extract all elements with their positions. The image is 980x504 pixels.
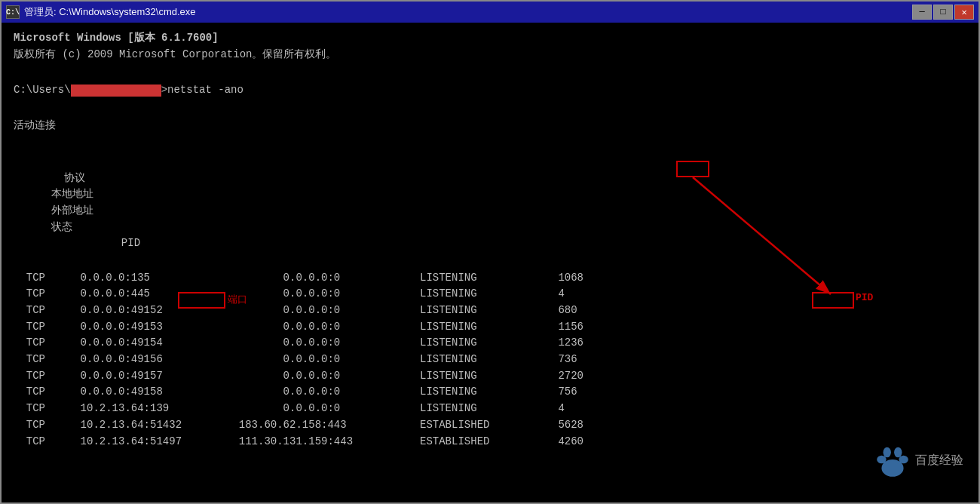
- section-title: 活动连接: [14, 118, 966, 134]
- table-row: TCP 0.0.0.0:135 0.0.0.0:0 LISTENING 1068: [14, 270, 966, 287]
- baidu-label: 百度经验: [915, 453, 963, 469]
- table-header-row: 协议 本地地址 外部地址 状态 PID: [14, 154, 966, 269]
- command-text: >netstat -ano: [161, 82, 243, 99]
- command-prompt-line: C:\Users\ >netstat -ano: [14, 82, 966, 99]
- table-row: TCP 10.2.13.64:51497 111.30.131.159:443 …: [14, 434, 966, 450]
- blank-line-2: [14, 102, 966, 118]
- svg-point-4: [899, 456, 908, 463]
- minimize-button[interactable]: ─: [912, 5, 932, 20]
- svg-point-3: [877, 456, 886, 463]
- table-row: TCP 0.0.0.0:49158 0.0.0.0:0 LISTENING 75…: [14, 384, 966, 401]
- header-protocol: 协议: [51, 171, 93, 187]
- table-row: TCP 10.2.13.64:51432 183.60.62.158:443 E…: [14, 417, 966, 434]
- window: C:\ 管理员: C:\Windows\system32\cmd.exe ─ □…: [0, 0, 980, 504]
- table-row: TCP 0.0.0.0:445 0.0.0.0:0 LISTENING 4: [14, 286, 966, 303]
- title-buttons: ─ □ ✕: [912, 5, 974, 20]
- blank-line-1: [14, 63, 966, 79]
- table-row: TCP 10.2.13.64:139 0.0.0.0:0 LISTENING 4: [14, 401, 966, 417]
- header-state: 状态: [51, 220, 183, 236]
- terminal-area: Microsoft Windows [版本 6.1.7600] 版权所有 (c)…: [2, 23, 978, 502]
- prompt-text: C:\Users\: [14, 82, 71, 99]
- blank-line-3: [14, 134, 966, 151]
- window-title: 管理员: C:\Windows\system32\cmd.exe: [24, 5, 196, 19]
- close-button[interactable]: ✕: [954, 5, 974, 20]
- table-row: TCP 0.0.0.0:49152 0.0.0.0:0 LISTENING 68…: [14, 303, 966, 319]
- header-local: 本地地址: [51, 186, 191, 203]
- header-pid: PID: [51, 235, 112, 252]
- table-row-highlighted: TCP 0.0.0.0:49157 0.0.0.0:0 LISTENING 27…: [14, 368, 966, 385]
- cmd-icon: C:\: [6, 5, 20, 19]
- svg-point-2: [881, 459, 903, 477]
- maximize-button[interactable]: □: [933, 5, 953, 20]
- table-row: TCP 0.0.0.0:49154 0.0.0.0:0 LISTENING 12…: [14, 335, 966, 352]
- version-line: Microsoft Windows [版本 6.1.7600]: [14, 30, 966, 47]
- redacted-username: [71, 85, 161, 97]
- table-row: TCP 0.0.0.0:49153 0.0.0.0:0 LISTENING 11…: [14, 319, 966, 336]
- table-row: TCP 0.0.0.0:49156 0.0.0.0:0 LISTENING 73…: [14, 352, 966, 368]
- title-bar-left: C:\ 管理员: C:\Windows\system32\cmd.exe: [6, 5, 196, 19]
- title-bar: C:\ 管理员: C:\Windows\system32\cmd.exe ─ □…: [2, 2, 978, 23]
- copyright-line: 版权所有 (c) 2009 Microsoft Corporation。保留所有…: [14, 47, 966, 63]
- header-foreign: 外部地址: [51, 203, 213, 220]
